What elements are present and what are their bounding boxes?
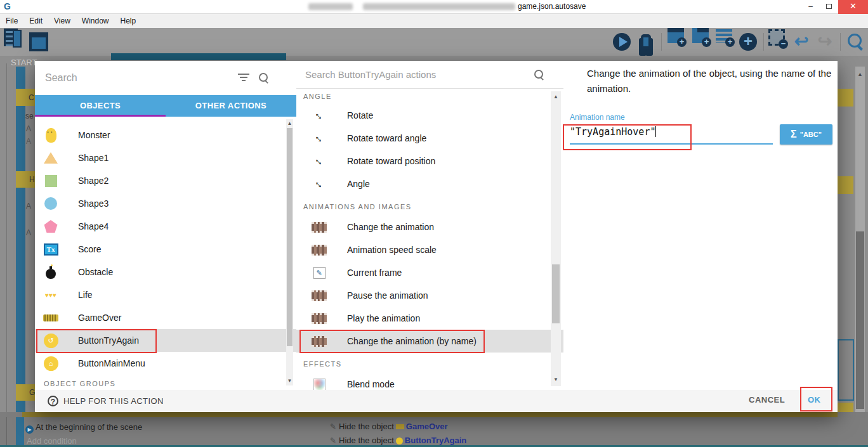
event-action: ✎Hide the objectGameOver — [330, 422, 448, 431]
action-label: Blend mode — [347, 379, 395, 389]
animation-icon — [311, 310, 327, 327]
actions-scrollbar-thumb[interactable] — [552, 264, 560, 323]
object-groups-header: OBJECT GROUPS — [35, 375, 296, 387]
menu-view[interactable]: View — [48, 14, 76, 28]
list-item-selected[interactable]: Change the animation (by name) — [296, 330, 563, 353]
objects-scrollbar-thumb[interactable] — [287, 128, 293, 346]
list-item[interactable]: ↔ Angle — [296, 172, 563, 195]
list-item[interactable]: Monster — [35, 124, 296, 146]
play-icon[interactable] — [612, 32, 631, 51]
main-menu-button-icon: ⌂ — [43, 355, 59, 372]
list-item[interactable]: ♥♥♥ Life — [35, 283, 296, 306]
hearts-icon: ♥♥♥ — [43, 287, 59, 303]
list-item[interactable]: Shape1 — [35, 146, 296, 169]
event-condition-text: At the beginning of the scene — [36, 422, 142, 432]
object-label: Life — [78, 290, 93, 300]
actions-search-input[interactable] — [305, 69, 534, 80]
list-item[interactable]: ↔ Rotate toward angle — [296, 127, 563, 150]
list-item[interactable]: ✎ Current frame — [296, 261, 563, 284]
tab-objects[interactable]: OBJECTS — [35, 95, 166, 117]
list-item[interactable]: GameOver — [35, 306, 296, 329]
list-item[interactable]: Shape2 — [35, 169, 296, 192]
delete-event-icon[interactable] — [768, 29, 785, 46]
animation-icon — [311, 287, 327, 304]
add-comment-icon[interactable] — [716, 29, 732, 43]
tryagain-mini-icon — [396, 437, 403, 444]
list-item[interactable]: Shape3 — [35, 192, 296, 215]
ok-button[interactable]: OK — [808, 395, 821, 405]
search-icon[interactable] — [846, 32, 865, 51]
text-icon: Tx — [43, 241, 59, 257]
animation-icon — [311, 219, 327, 235]
list-item[interactable]: Shape4 — [35, 215, 296, 238]
action-icon: ✎ — [330, 422, 336, 431]
object-label: Shape2 — [78, 176, 109, 186]
add-circle-icon[interactable] — [739, 32, 758, 51]
scroll-down-icon[interactable]: ▼ — [551, 377, 561, 382]
list-item[interactable]: Obstacle — [35, 261, 296, 283]
event-fragment: G — [29, 388, 35, 397]
objects-search-input[interactable] — [45, 72, 229, 84]
debug-icon[interactable] — [636, 32, 655, 51]
animation-name-label: Animation name — [570, 113, 625, 122]
object-label: Shape4 — [78, 221, 109, 231]
menu-help[interactable]: Help — [115, 14, 142, 28]
scroll-down-icon[interactable]: ▼ — [286, 378, 293, 384]
list-item[interactable]: Blend mode — [296, 373, 563, 390]
help-icon[interactable]: ? — [48, 396, 58, 406]
list-item[interactable]: Animation speed scale — [296, 238, 563, 261]
bomb-icon — [43, 264, 59, 280]
event-condition: ▶ At the beginning of the scene — [25, 422, 142, 434]
list-item[interactable]: ↔ Rotate — [296, 104, 563, 127]
current-frame-icon: ✎ — [311, 264, 327, 281]
action-label: Change the animation — [347, 222, 434, 232]
list-item-selected[interactable]: ↺ ButtonTryAgain — [35, 329, 296, 352]
event-column-bar — [16, 67, 25, 412]
menu-file[interactable]: File — [0, 14, 23, 28]
blurred-path-segment — [308, 3, 353, 10]
list-item[interactable]: ↔ Rotate toward position — [296, 150, 563, 172]
filter-icon[interactable] — [238, 74, 249, 82]
list-item[interactable]: Tx Score — [35, 238, 296, 261]
add-subevent-icon[interactable] — [692, 28, 709, 43]
animation-name-input[interactable]: "TryAgainHover" — [570, 126, 656, 138]
menu-window[interactable]: Window — [76, 14, 115, 28]
triangle-icon — [43, 150, 59, 166]
add-event-icon[interactable] — [667, 28, 684, 43]
list-item[interactable]: Pause the animation — [296, 284, 563, 307]
action-detail-panel: Change the animation of the object, usin… — [563, 61, 838, 390]
blend-mode-icon — [311, 376, 327, 390]
list-item[interactable]: Play the animation — [296, 307, 563, 330]
scene-editor-icon[interactable] — [29, 32, 48, 51]
list-item[interactable]: ⌂ ButtonMainMenu — [35, 352, 296, 375]
search-icon[interactable] — [258, 72, 270, 84]
tab-other-actions[interactable]: OTHER ACTIONS — [166, 95, 296, 117]
redo-icon[interactable]: ↪ — [815, 32, 834, 51]
expression-editor-button[interactable]: Σ "ABC" — [780, 124, 832, 145]
cancel-button[interactable]: CANCEL — [749, 395, 785, 405]
minimize-button[interactable]: – — [801, 0, 820, 14]
dialog-footer: ? HELP FOR THIS ACTION CANCEL OK — [35, 390, 838, 412]
actions-scrollbar[interactable] — [551, 91, 561, 386]
menu-edit[interactable]: Edit — [23, 14, 48, 28]
scroll-up-icon[interactable]: ▲ — [551, 94, 561, 100]
object-label: Obstacle — [78, 267, 113, 277]
scroll-up-icon[interactable]: ▲ — [286, 120, 293, 126]
rotate-icon: ↔ — [311, 107, 327, 124]
close-button[interactable]: ✕ — [838, 0, 868, 14]
event-tree-line — [6, 417, 7, 445]
undo-icon[interactable]: ↩ — [792, 32, 811, 51]
maximize-button[interactable] — [820, 0, 838, 14]
action-label: Angle — [347, 179, 370, 189]
event-fragment: A — [26, 124, 31, 133]
sigma-icon: Σ — [791, 129, 797, 140]
list-item[interactable]: Change the animation — [296, 216, 563, 238]
section-header: ANIMATIONS AND IMAGES — [296, 195, 563, 216]
project-manager-icon[interactable] — [4, 29, 18, 46]
monster-icon — [43, 127, 59, 143]
help-link[interactable]: HELP FOR THIS ACTION — [63, 396, 164, 406]
text-caret — [655, 126, 656, 137]
search-icon[interactable] — [534, 69, 545, 81]
object-label: ButtonTryAgain — [78, 335, 139, 346]
object-label: Score — [78, 244, 102, 254]
